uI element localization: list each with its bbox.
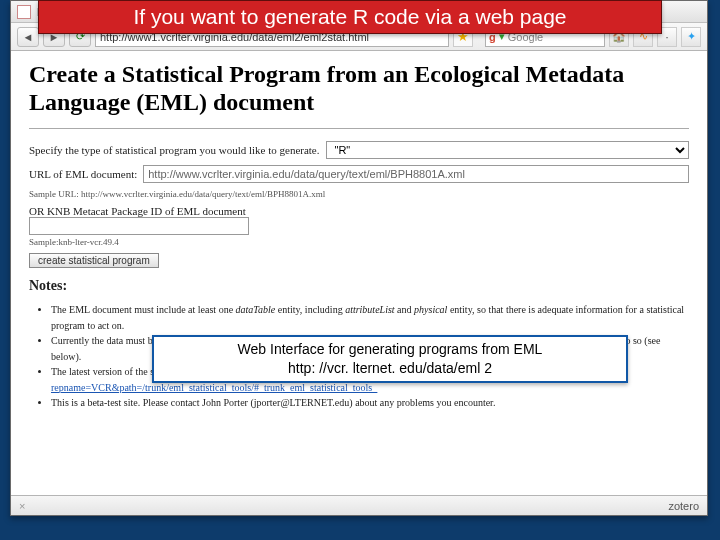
program-type-select[interactable]: "R" xyxy=(326,141,689,159)
program-type-label: Specify the type of statistical program … xyxy=(29,144,320,156)
addon-icon[interactable]: ✦ xyxy=(681,27,701,47)
browser-window: http://www1.vcrlter...ta/eml2/eml2stat.h… xyxy=(10,0,708,516)
page-title: Create a Statistical Program from an Eco… xyxy=(29,61,689,116)
status-bar: × zotero xyxy=(11,495,707,515)
package-id-input[interactable] xyxy=(29,217,249,235)
note-item: This is a beta-test site. Please contact… xyxy=(51,395,689,411)
favicon xyxy=(17,5,31,19)
slide-title-overlay: If you want to generate R code via a web… xyxy=(38,0,662,34)
zotero-indicator[interactable]: zotero xyxy=(668,500,699,512)
eml-url-input[interactable] xyxy=(143,165,689,183)
or-label: OR KNB Metacat Package ID of EML documen… xyxy=(29,205,689,217)
divider xyxy=(29,128,689,129)
create-program-button[interactable]: create statistical program xyxy=(29,253,159,268)
sample-id: Sample:knb-lter-vcr.49.4 xyxy=(29,237,689,247)
back-button[interactable]: ◄ xyxy=(17,27,39,47)
status-close-icon[interactable]: × xyxy=(19,500,25,512)
notes-heading: Notes: xyxy=(29,278,689,294)
eml-url-label: URL of EML document: xyxy=(29,168,137,180)
sample-url: Sample URL: http://www.vcrlter.virginia.… xyxy=(29,189,689,199)
slide-caption-overlay: Web Interface for generating programs fr… xyxy=(152,335,628,383)
note-item: The EML document must include at least o… xyxy=(51,302,689,333)
